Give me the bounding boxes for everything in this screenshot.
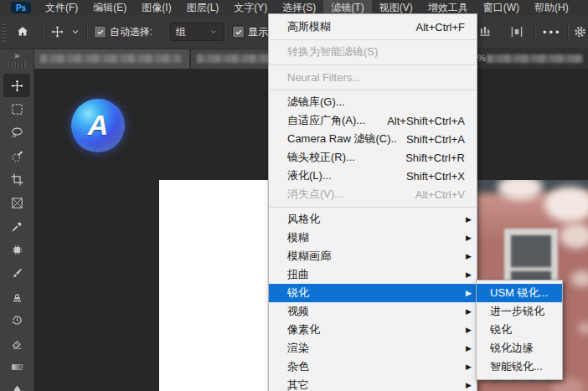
menu-item-12: 消失点(V)...Alt+Ctrl+V — [269, 185, 477, 203]
sharpen-submenu: USM 锐化...进一步锐化锐化锐化边缘智能锐化... — [476, 280, 563, 380]
menu-item-1[interactable]: 高斯模糊Alt+Ctrl+F — [269, 18, 477, 36]
menu-item-label: Neural Filters... — [287, 71, 465, 84]
censored-tab-title — [40, 54, 181, 63]
menu-item-5[interactable]: 智能锐化... — [477, 358, 562, 376]
menu-item-label: 智能锐化... — [490, 359, 554, 374]
menu-item-21[interactable]: 渲染▶ — [269, 339, 477, 358]
menu-item-label: 渲染 — [287, 341, 459, 356]
auto-select-checkbox[interactable] — [94, 26, 106, 39]
menubar-item-1[interactable]: 文件(F) — [38, 0, 85, 15]
menu-item-label: 风格化 — [287, 212, 459, 227]
lasso-tool[interactable] — [3, 121, 30, 144]
floating-app-icon: A — [71, 99, 125, 152]
rectangular-marquee-tool[interactable] — [3, 97, 30, 121]
menu-item-4[interactable]: 锐化边缘 — [477, 339, 562, 358]
lasso-tool-icon — [10, 126, 24, 140]
more-options-button[interactable]: ••• — [543, 26, 562, 39]
menu-item-label: 自适应广角(A)... — [287, 113, 377, 128]
menu-item-3[interactable]: 锐化 — [477, 321, 562, 339]
menu-item-label: USM 锐化... — [490, 286, 554, 301]
menu-item-shortcut: Shift+Ctrl+R — [405, 152, 465, 164]
menu-item-23[interactable]: 其它▶ — [269, 376, 477, 391]
home-icon — [15, 24, 30, 39]
menu-item-18[interactable]: 锐化▶ — [269, 284, 477, 302]
menu-item-label: 模糊画廊 — [287, 249, 459, 264]
eyedropper-tool-icon — [10, 219, 24, 234]
document-tab-active[interactable] — [34, 49, 189, 69]
menu-item-22[interactable]: 杂色▶ — [269, 358, 477, 376]
menu-separator — [270, 207, 476, 208]
menu-item-20[interactable]: 像素化▶ — [269, 321, 477, 339]
submenu-arrow-icon: ▶ — [466, 252, 472, 260]
chevron-down-icon — [209, 28, 218, 36]
separator — [224, 22, 226, 42]
collapse-panel-button[interactable]: » — [14, 50, 18, 60]
eraser-tool[interactable] — [3, 332, 30, 355]
menu-item-1[interactable]: USM 锐化... — [477, 284, 562, 302]
menubar-item-11[interactable]: 帮助(H) — [527, 0, 576, 15]
menu-item-19[interactable]: 视频▶ — [269, 302, 477, 321]
crop-tool-icon — [10, 172, 24, 187]
photoshop-logo-icon: Ps — [11, 2, 31, 13]
panel-grip — [8, 61, 26, 69]
menubar-item-2[interactable]: 编辑(E) — [85, 0, 134, 15]
menubar-item-3[interactable]: 图像(I) — [134, 0, 178, 15]
align-bottom-edges-button[interactable] — [477, 24, 493, 39]
blur-tool-icon — [10, 383, 24, 391]
menu-item-shortcut: Shift+Ctrl+X — [406, 170, 465, 183]
separator — [86, 22, 88, 42]
separator — [42, 22, 44, 42]
crop-tool[interactable] — [3, 167, 30, 191]
menu-item-17[interactable]: 扭曲▶ — [269, 265, 477, 284]
blossom — [544, 187, 588, 222]
menu-item-10[interactable]: 镜头校正(R)...Shift+Ctrl+R — [269, 148, 477, 167]
menu-item-14[interactable]: 风格化▶ — [269, 210, 477, 229]
quick-selection-tool[interactable] — [3, 144, 30, 167]
menu-item-7[interactable]: 滤镜库(G)... — [269, 93, 477, 111]
spot-healing-brush-tool[interactable] — [3, 238, 30, 261]
menu-item-16[interactable]: 模糊画廊▶ — [269, 247, 477, 265]
clone-stamp-tool[interactable] — [3, 285, 30, 308]
quick-selection-tool-icon — [10, 149, 24, 163]
menubar-item-10[interactable]: 窗口(W) — [476, 0, 527, 15]
menu-item-label: 镜头校正(R)... — [287, 150, 395, 165]
menu-item-11[interactable]: 液化(L)...Shift+Ctrl+X — [269, 167, 477, 185]
menubar-item-4[interactable]: 图层(L) — [179, 0, 227, 15]
photoshop-window: Ps 文件(F)编辑(E)图像(I)图层(L)文字(Y)选择(S)滤镜(T)视图… — [0, 0, 588, 391]
menu-item-8[interactable]: 自适应广角(A)...Alt+Shift+Ctrl+A — [269, 111, 477, 130]
move-tool-icon — [10, 79, 24, 93]
menu-item-label: 高斯模糊 — [287, 19, 405, 34]
checkbox-checked-icon — [94, 26, 106, 39]
menu-item-2[interactable]: 进一步锐化 — [477, 302, 562, 321]
menu-item-label: Camera Raw 滤镜(C)... — [287, 131, 396, 147]
home-button[interactable] — [15, 24, 30, 39]
blur-tool[interactable] — [3, 378, 30, 391]
filter-menu: 高斯模糊Alt+Ctrl+F转换为智能滤镜(S)Neural Filters..… — [268, 13, 477, 391]
menu-item-label: 像素化 — [287, 322, 459, 337]
move-tool[interactable] — [3, 74, 30, 97]
move-icon — [50, 25, 64, 39]
frame-tool[interactable] — [3, 191, 30, 214]
history-brush-tool[interactable] — [3, 308, 30, 332]
brush-tool[interactable] — [3, 261, 30, 285]
rectangular-marquee-tool-icon — [10, 102, 24, 116]
eyedropper-tool[interactable] — [3, 214, 30, 238]
gradient-tool[interactable] — [3, 355, 30, 378]
submenu-arrow-icon: ▶ — [466, 270, 472, 279]
menu-item-9[interactable]: Camera Raw 滤镜(C)...Shift+Ctrl+A — [269, 130, 477, 148]
menu-item-15[interactable]: 模糊▶ — [269, 229, 477, 247]
auto-select-target-dropdown[interactable]: 组 — [170, 23, 224, 41]
menu-item-label: 扭曲 — [287, 267, 459, 282]
tool-preset-move-button[interactable] — [50, 25, 64, 39]
workspace-settings-button[interactable] — [573, 25, 587, 39]
separator — [567, 22, 569, 42]
menu-item-label: 视频 — [287, 304, 459, 319]
frame-tool-icon — [10, 196, 24, 210]
menu-item-label: 进一步锐化 — [490, 304, 554, 319]
blossom — [578, 322, 588, 334]
document-tab[interactable] — [190, 49, 277, 69]
menu-item-label: 转换为智能滤镜(S) — [287, 44, 465, 59]
distribute-horizontal-button[interactable] — [509, 24, 524, 39]
show-transform-checkbox[interactable] — [232, 26, 245, 39]
tool-preset-chevron[interactable] — [70, 27, 80, 37]
